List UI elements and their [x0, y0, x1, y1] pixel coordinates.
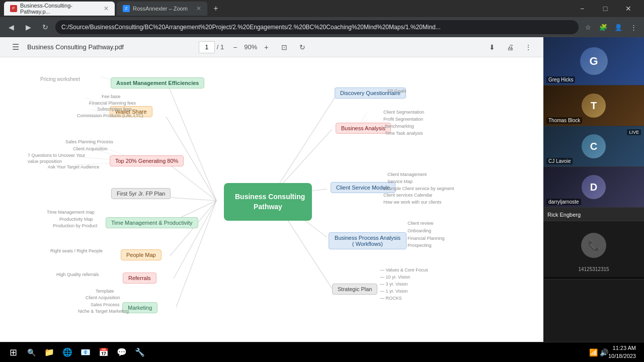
participant-name-thomas: Thomas Block: [546, 117, 582, 124]
text-commission: Commission Products (Life, LTC): [77, 113, 143, 118]
text-client-review: Client review: [408, 221, 434, 226]
taskbar-file-explorer[interactable]: 📁: [41, 344, 57, 360]
tab-pdf[interactable]: P Business-Consulting-Pathway.p... ✕: [4, 2, 115, 16]
text-client-mgmt: Client Management: [387, 172, 427, 177]
minimize-button[interactable]: −: [571, 0, 594, 17]
taskbar-browser[interactable]: 🌐: [59, 344, 75, 360]
extensions-button[interactable]: 🧩: [597, 21, 610, 34]
phone-number: 14125312315: [577, 265, 610, 273]
participant-name-darryl: darryljarnoste: [546, 199, 581, 205]
tray-wifi: 📶: [589, 348, 598, 356]
participant-darryl: D darryljarnoste: [543, 167, 644, 208]
text-example-client: Example Client service by segment: [383, 186, 454, 191]
participant-cj-badge: LIVE: [627, 129, 641, 135]
svg-line-6: [174, 201, 216, 279]
participant-greg: G Greg Hicks: [543, 37, 644, 85]
zoom-level: 90%: [244, 43, 257, 51]
text-fp-goals: FP Goals: [387, 88, 406, 94]
tab-zoom[interactable]: Z RossAnnexler – Zoom ✕: [117, 2, 207, 16]
text-client-seg: Client Segmentation: [383, 110, 424, 115]
text-subscription-fees: Subscription fees: [97, 107, 132, 112]
text-productivity-map: Productivity Map: [59, 217, 93, 222]
text-high-quality: High Quality referrals: [56, 272, 99, 277]
pdf-viewer: ☰ Business Consulting Pathway.pdf / 1 − …: [0, 37, 543, 342]
profile-button[interactable]: 👤: [612, 21, 625, 34]
more-button[interactable]: ⋮: [627, 21, 640, 34]
text-fee-base: Fee base: [102, 94, 121, 99]
pdf-zoom-controls: − 90% +: [228, 40, 273, 54]
taskbar-tray: 📶 🔊: [589, 348, 608, 356]
participant-phone: 📞 14125312315: [543, 221, 644, 280]
node-time-mgmt: Time Management & Productivity: [106, 217, 198, 228]
close-button[interactable]: ✕: [617, 0, 640, 17]
taskbar-app1[interactable]: 🔧: [132, 344, 148, 360]
svg-line-8: [272, 94, 337, 196]
taskbar-email[interactable]: 📧: [77, 344, 94, 360]
participant-cj: C CJ Lavoie LIVE: [543, 126, 644, 167]
zoom-sidebar: G Greg Hicks T Thomas Block C CJ Lavoie …: [543, 37, 644, 342]
tab-pdf-close[interactable]: ✕: [104, 5, 109, 12]
pdf-canvas: Business ConsultingPathway Asset Managem…: [0, 57, 543, 342]
more-options-button[interactable]: ⋮: [521, 40, 535, 54]
start-button[interactable]: ⊞: [5, 344, 21, 360]
back-button[interactable]: ◀: [4, 20, 18, 34]
pdf-page-info: / 1: [199, 41, 224, 53]
fit-page-button[interactable]: ⊡: [277, 40, 291, 54]
participant-rick-name: Rick Engberg: [547, 212, 581, 218]
tab-bar: P Business-Consulting-Pathway.p... ✕ Z R…: [0, 0, 644, 17]
forward-button[interactable]: ▶: [21, 20, 35, 34]
text-ask-target: Ask Your Target Audience: [48, 164, 99, 169]
zoom-in-button[interactable]: +: [259, 40, 273, 54]
date-display: 10/18/2023: [608, 352, 636, 360]
text-production-by-product: Production by Product: [53, 223, 98, 228]
node-bpa: Business Process Analysis ( Workflows): [329, 232, 407, 249]
taskbar-teams[interactable]: 💬: [114, 344, 130, 360]
node-pricing: Pricing worksheet: [40, 76, 80, 82]
text-fin-planning-fees: Financial Planning fees: [89, 101, 136, 106]
text-client-acq: Client Acquisition: [73, 146, 108, 151]
participant-thomas: T Thomas Block: [543, 85, 644, 126]
node-strategic-plan: Strategic Plan: [332, 284, 377, 295]
node-people-map: People Map: [121, 249, 162, 260]
tray-volume: 🔊: [600, 348, 608, 356]
text-1yr-vision: — 1 yr. Vision: [380, 289, 408, 294]
phone-icon: 📞: [581, 233, 606, 258]
text-sales-planning: Sales Planning Process: [65, 139, 113, 144]
pdf-page-sep: / 1: [217, 43, 224, 51]
participant-name-cj: CJ Lavoie: [546, 158, 573, 164]
svg-line-2: [166, 162, 216, 201]
taskbar-search[interactable]: 🔍: [23, 344, 39, 360]
reload-button[interactable]: ↻: [38, 20, 52, 34]
text-onboarding: Onboarding: [408, 228, 431, 233]
pdf-menu-button[interactable]: ☰: [8, 40, 23, 55]
zoom-out-button[interactable]: −: [228, 40, 242, 54]
taskbar-calendar[interactable]: 📅: [96, 344, 112, 360]
taskbar-time[interactable]: 11:23 AM 10/18/2023: [608, 344, 636, 360]
tab-zoom-close[interactable]: ✕: [196, 5, 201, 12]
node-business-analysis: Business Analysis: [336, 123, 391, 134]
text-prospecting: Prospecting: [408, 243, 432, 248]
print-button[interactable]: 🖨: [503, 40, 517, 54]
bookmark-button[interactable]: ☆: [582, 21, 595, 34]
text-time-mgmt-map: Time Management map: [47, 210, 95, 215]
pdf-toolbar: ☰ Business Consulting Pathway.pdf / 1 − …: [0, 37, 543, 57]
download-button[interactable]: ⬇: [485, 40, 499, 54]
text-sales-process: Sales Process: [91, 302, 120, 307]
participant-name-greg: Greg Hicks: [546, 76, 575, 83]
tab-zoom-label: RossAnnexler – Zoom: [133, 6, 188, 12]
text-time-task: Time Task analysis: [385, 131, 423, 136]
node-top20: Top 20% Generating 80%: [110, 155, 184, 166]
text-client-svc-cal: Client services Calendar: [383, 193, 433, 198]
participant-rick-label: Rick Engberg: [543, 208, 644, 221]
svg-line-3: [164, 197, 216, 201]
pdf-page-input[interactable]: [199, 41, 215, 53]
maximize-button[interactable]: □: [594, 0, 617, 17]
participant-name-phone: [543, 277, 644, 279]
address-bar[interactable]: [55, 20, 579, 34]
text-service-map: Service Map: [387, 179, 413, 184]
text-rocks: — ROCKS: [380, 296, 402, 301]
text-3yr-vision: — 3 yr. Vision: [380, 282, 408, 287]
new-tab-button[interactable]: +: [209, 2, 222, 15]
rotate-button[interactable]: ↻: [295, 40, 309, 54]
browser-chrome: P Business-Consulting-Pathway.p... ✕ Z R…: [0, 0, 644, 37]
